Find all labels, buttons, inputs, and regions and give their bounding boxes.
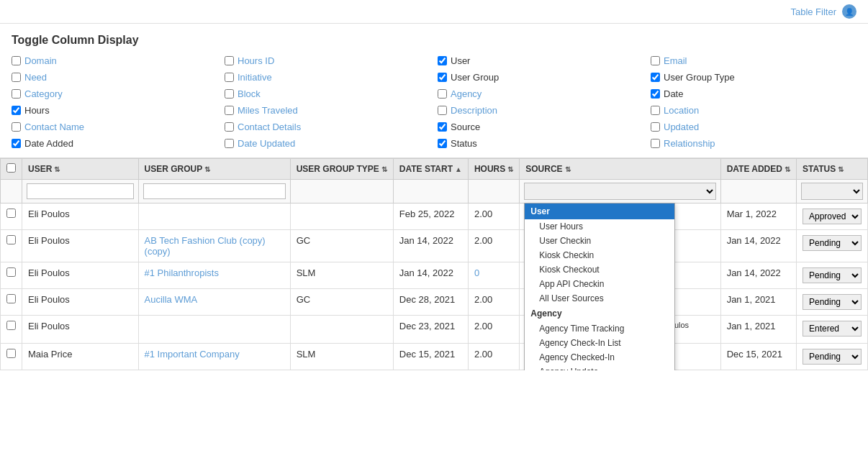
- sort-icon-date_added: ⇅: [785, 165, 790, 173]
- filter-cell-date_start: [393, 180, 468, 203]
- column-checkbox-contact_details[interactable]: [225, 122, 234, 132]
- dropdown-item[interactable]: Kiosk Checkin: [525, 248, 674, 262]
- status-filter-select[interactable]: ApprovedPendingEnteredRejected: [801, 183, 863, 200]
- column-checkbox-domain[interactable]: [12, 56, 21, 65]
- top-bar: Table Filter 👤: [0, 0, 868, 24]
- th-user_group_type[interactable]: USER GROUP TYPE⇅: [290, 159, 393, 180]
- column-checkbox-category[interactable]: [12, 89, 21, 99]
- th-user[interactable]: USER⇅: [22, 159, 139, 180]
- column-label-date_added_cb[interactable]: Date Added: [24, 138, 73, 149]
- column-checkbox-updated[interactable]: [651, 122, 660, 132]
- dropdown-item[interactable]: Agency Update: [525, 365, 674, 370]
- row-checkbox[interactable]: [6, 235, 16, 244]
- column-label-domain[interactable]: Domain: [24, 55, 57, 66]
- row-status-select[interactable]: ApprovedPendingEnteredRejected: [803, 267, 862, 283]
- th-hours[interactable]: HOURS⇅: [468, 159, 519, 180]
- column-checkbox-agency[interactable]: [438, 89, 447, 99]
- row-checkbox[interactable]: [6, 321, 16, 330]
- column-checkbox-email[interactable]: [651, 56, 660, 65]
- column-checkbox-miles_traveled[interactable]: [225, 106, 234, 115]
- filter-cell-user_group: [138, 180, 290, 203]
- row-checkbox[interactable]: [6, 294, 16, 303]
- dropdown-item[interactable]: Kiosk Checkout: [525, 262, 674, 277]
- column-checkbox-date_added_cb[interactable]: [12, 139, 21, 148]
- row-status-select[interactable]: ApprovedPendingEnteredRejected: [803, 321, 862, 337]
- column-label-email[interactable]: Email: [664, 55, 687, 66]
- row-status-select[interactable]: ApprovedPendingEnteredRejected: [803, 294, 862, 310]
- dropdown-item[interactable]: App API Checkin: [525, 277, 674, 291]
- checkbox-item: User Group Type: [651, 70, 856, 84]
- row-status-select[interactable]: ApprovedPendingEnteredRejected: [803, 349, 862, 365]
- dropdown-item[interactable]: Agency Time Tracking: [525, 321, 674, 336]
- column-checkbox-relationship[interactable]: [651, 139, 660, 148]
- user-group-link[interactable]: AB Tech Fashion Club (copy) (copy): [145, 235, 266, 257]
- dropdown-group-agency[interactable]: Agency: [525, 306, 674, 321]
- column-label-date_cb[interactable]: Date: [664, 88, 683, 99]
- column-checkbox-date_cb[interactable]: [651, 89, 660, 99]
- column-checkbox-user_group_type_cb[interactable]: [651, 73, 660, 82]
- user-group-link[interactable]: #1 Important Company: [145, 349, 240, 360]
- th-source[interactable]: SOURCE⇅: [520, 159, 720, 180]
- column-label-miles_traveled[interactable]: Miles Traveled: [238, 105, 298, 116]
- th-status[interactable]: STATUS⇅: [796, 159, 867, 180]
- th-date_added[interactable]: DATE ADDED⇅: [720, 159, 796, 180]
- column-label-contact_details[interactable]: Contact Details: [238, 122, 301, 132]
- column-label-user_cb[interactable]: User: [451, 55, 470, 66]
- column-label-location[interactable]: Location: [664, 105, 699, 116]
- dropdown-item[interactable]: Agency Check-In List: [525, 336, 674, 350]
- row-status-select[interactable]: ApprovedPendingEnteredRejected: [803, 235, 862, 251]
- row-user-group: [138, 203, 290, 230]
- column-label-hours[interactable]: Hours: [24, 105, 50, 116]
- column-label-agency[interactable]: Agency: [451, 88, 482, 99]
- column-label-status_cb[interactable]: Status: [451, 138, 477, 149]
- table-filter-link[interactable]: Table Filter: [790, 6, 836, 17]
- user-filter-input[interactable]: [27, 183, 134, 199]
- row-checkbox[interactable]: [6, 209, 16, 218]
- th-date_start[interactable]: DATE START▲: [393, 159, 468, 180]
- column-label-hours_id[interactable]: Hours ID: [238, 55, 274, 66]
- column-checkbox-initiative[interactable]: [225, 73, 234, 82]
- dropdown-item[interactable]: User Hours: [525, 219, 674, 234]
- column-checkbox-need[interactable]: [12, 73, 21, 82]
- column-label-contact_name[interactable]: Contact Name: [24, 122, 84, 132]
- column-checkbox-contact_name[interactable]: [12, 122, 21, 132]
- column-checkbox-description[interactable]: [438, 106, 447, 115]
- sort-icon-status: ⇅: [838, 165, 844, 173]
- column-label-user_group_cb[interactable]: User Group: [451, 72, 499, 83]
- source-filter-select[interactable]: [524, 183, 715, 200]
- column-label-relationship[interactable]: Relationship: [664, 138, 715, 149]
- row-status-select[interactable]: ApprovedPendingEnteredRejected: [803, 209, 862, 224]
- column-label-initiative[interactable]: Initiative: [238, 72, 272, 83]
- dropdown-group-user[interactable]: User: [525, 203, 674, 219]
- user-group-filter-input[interactable]: [143, 183, 286, 199]
- column-checkbox-hours_id[interactable]: [225, 56, 234, 65]
- column-checkbox-user_cb[interactable]: [438, 56, 447, 65]
- table-body: Eli PoulosFeb 25, 20222.00Eli PoulosMar …: [1, 203, 868, 370]
- column-checkbox-source_cb[interactable]: [438, 122, 447, 132]
- column-label-block[interactable]: Block: [238, 88, 261, 99]
- column-checkbox-user_group_cb[interactable]: [438, 73, 447, 82]
- column-label-source_cb[interactable]: Source: [451, 122, 480, 132]
- user-group-link[interactable]: #1 Philanthropists: [145, 267, 219, 278]
- column-label-user_group_type_cb[interactable]: User Group Type: [664, 72, 735, 83]
- hours-link[interactable]: 0: [474, 267, 479, 278]
- column-checkbox-block[interactable]: [225, 89, 234, 99]
- column-label-need[interactable]: Need: [24, 72, 47, 83]
- column-checkbox-status_cb[interactable]: [438, 139, 447, 148]
- dropdown-item[interactable]: Agency Checked-In: [525, 350, 674, 365]
- dropdown-item[interactable]: All User Sources: [525, 291, 674, 306]
- column-label-description[interactable]: Description: [451, 105, 497, 116]
- column-label-date_updated[interactable]: Date Updated: [238, 138, 295, 149]
- column-checkbox-hours[interactable]: [12, 106, 21, 115]
- column-label-updated[interactable]: Updated: [664, 122, 699, 132]
- dropdown-item[interactable]: User Checkin: [525, 234, 674, 248]
- row-user: Eli Poulos: [22, 230, 139, 262]
- column-label-category[interactable]: Category: [24, 88, 63, 99]
- column-checkbox-date_updated[interactable]: [225, 139, 234, 148]
- row-checkbox[interactable]: [6, 267, 16, 277]
- column-checkbox-location[interactable]: [651, 106, 660, 115]
- user-group-link[interactable]: Aucilla WMA: [145, 294, 198, 305]
- th-user_group[interactable]: USER GROUP⇅: [138, 159, 290, 180]
- row-checkbox[interactable]: [6, 349, 16, 358]
- select-all-checkbox[interactable]: [6, 163, 16, 173]
